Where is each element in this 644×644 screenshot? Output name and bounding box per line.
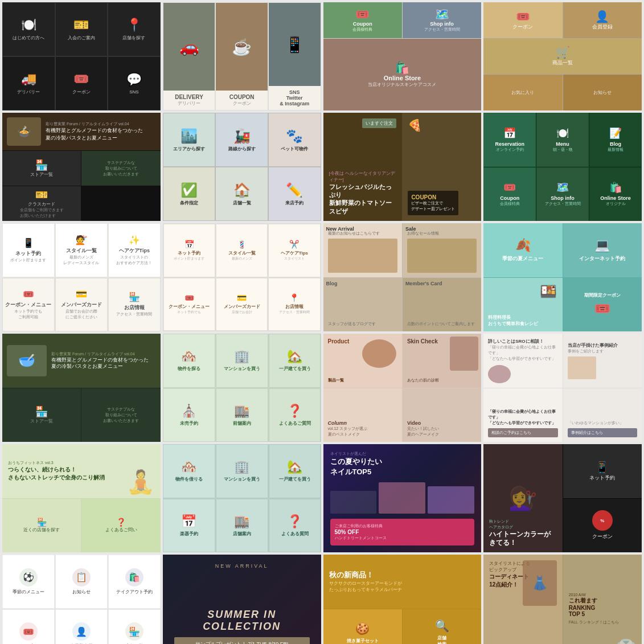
pet-search[interactable]: 🐾 ペット可物件 [268, 113, 321, 167]
card-r5c1: おうちフィットネス vol.3 つらくない、続けられる！さもないストレッチで全身… [2, 444, 161, 552]
menu-item-coupon[interactable]: 🎟️ クーポン [55, 56, 108, 110]
skin-check[interactable]: Skin Check あなたの肌の診断 [403, 334, 481, 388]
buy-house-2[interactable]: 🏡 一戸建てを買う [269, 444, 321, 498]
coupon-item[interactable]: ☕ COUPON クーポン [215, 2, 268, 110]
faq-fitness[interactable]: ❓ よくあるご問い [81, 499, 160, 553]
store-guide-2[interactable]: 🏬 店舗案内 [216, 499, 268, 553]
card-r5c3: ネイリストが選んだ この夏やりたいネイルTOP5 ご来店ご利用のお客様特典 50… [323, 444, 482, 552]
menu-item-tenpo-sagasu[interactable]: 📍 店舗を探す [108, 2, 161, 56]
coupon-hair[interactable]: % クーポン [563, 499, 642, 553]
internet-reservation-btn[interactable]: 💻 インターネット予約 [563, 223, 642, 277]
limited-coupon-btn[interactable]: 期間限定クーポン 🎟️ [563, 278, 642, 332]
card-r6c3: 秋の新商品！ サクサクのロースターアーモンドがたっぷりおもってキャラメルパーナ … [323, 555, 482, 644]
card-r2c3: [今夜は ヘルシーなイタリアンディナー] フレッシュバジルたっぷり新鮮野菜のトマ… [323, 113, 482, 221]
visit-reservation[interactable]: ✏️ 来店予約 [268, 167, 321, 221]
salon-shop-info[interactable]: 📍 お店情報 アクセス・営業時間 [268, 278, 320, 331]
sale-panel[interactable]: Sale お得なセール情報 [403, 223, 481, 277]
feature-shopinfo[interactable]: 🗺️ Shop info アクセス・営業時間 [403, 2, 481, 38]
salon-coupon[interactable]: 🎟️ クーポン・メニュー ネット予約でも [163, 278, 215, 331]
salon-members[interactable]: 💳 メンバーズカード 店舗でお会計 [216, 278, 268, 331]
make-reservation[interactable]: ⛪ 未売予約 [163, 388, 215, 442]
coupon-menu[interactable]: 🎟️ クーポン・メニュー ネット予約でもご利用可能 [2, 278, 55, 332]
feature-onlinestore[interactable]: 🛍️ Online Store 当店オリジナルスキンケアコスメ [323, 39, 482, 110]
kaiin-btn[interactable]: 👤 会員登録 [563, 2, 642, 38]
menu-item-nyukai[interactable]: 🎫 入会のご案内 [55, 2, 108, 56]
rent-property[interactable]: 🏘️ 物件を借りる [163, 444, 215, 498]
menu-item-delivery[interactable]: 🚚 デリバリー [2, 56, 55, 110]
haircare-tips[interactable]: ✨ ヘアケアTips スタイリストのおすすめケア方法！ [108, 223, 161, 277]
faq[interactable]: ❓ よくあるご質問 [269, 388, 321, 442]
route-search[interactable]: 🚂 路線から探す [215, 113, 268, 167]
card-r2c4: 📅 Reservation オンライン予約 🍽️ Menu 朝・昼・晩 📝 Bl… [483, 113, 642, 221]
consult-top-left[interactable]: 詳しいことはSROに相談！ 「寝りの幸福に会費が心地よくお仕事です」「どなたへも… [483, 334, 562, 388]
news-btn[interactable]: 📋 お知らせ [55, 555, 108, 609]
reservation-btn[interactable]: 📅 Reservation オンライン予約 [483, 113, 536, 167]
net-yoyaku[interactable]: 📱 ネット予約 ポイント貯まります [2, 223, 55, 277]
faq-real-estate[interactable]: ❓ よくある質問 [269, 499, 321, 553]
card-r4c1: 🥣 彩り豊実業 Forum / リアルタイムライブ vol.04 有機野菜とグル… [2, 334, 161, 442]
card-r1c3: 🎟️ Coupon 会員様特典 🗺️ Shop info アクセス・営業時間 🛍… [323, 2, 482, 110]
area-search[interactable]: 🏙️ エリアから探す [163, 113, 216, 167]
new-arrival-panel[interactable]: New Arrival 最新のお知らせはこちらです [323, 223, 402, 277]
card-r1c4: 🎟️ クーポン 👤 会員登録 🛒 商品一覧 お気に入り お知らせ [483, 2, 642, 110]
card-r3c1: 📱 ネット予約 ポイント貯まります 💇 スタイル一覧 最新のメンズレディーススタ… [2, 223, 161, 331]
delivery-item[interactable]: 🚗 DELIVERY デリバリー [163, 2, 216, 110]
main-grid: 🍽️ はじめての方へ 🎫 入会のご案内 📍 店舗を探す 🚚 デリバリー 🎟️ ク… [0, 0, 644, 644]
sustainable-dark[interactable]: サステナブルな取り組みについてお書いいただきます [81, 388, 160, 442]
coupon-btn-rest[interactable]: 🎟️ Coupon 会員様特典 [483, 167, 536, 221]
column-beauty[interactable]: Column vol.12 スタッフが選ぶ夏のベストメイク [323, 388, 402, 442]
card-r5c4: 💇‍♀️ 秋トレンドヘアカタログ ハイトーンカラーがきてる！ 📱 ネット予約 %… [483, 444, 642, 552]
sweets-set[interactable]: 🍪 焼き菓子セット オンラインショップ限定 [323, 609, 402, 645]
instrument-reservation[interactable]: 📅 楽器予約 [163, 499, 215, 553]
menu-item-sns[interactable]: 💬 SNS [108, 56, 161, 110]
shop-search[interactable]: 🔍 店舗検索 近隣地域店 500円 OFF クーポンも！！ [403, 609, 481, 645]
feature-coupon[interactable]: 🎟️ Coupon 会員様特典 [323, 2, 402, 38]
card-r3c2: 📅 ネット予約 ポイント貯まります 💈 スタイル一覧 最新のメンズ ✂️ ヘアケ… [163, 223, 321, 331]
product-list[interactable]: Product 製品一覧 [323, 334, 402, 388]
shop-info-salon[interactable]: 🏪 お店情報 アクセス・営業時間 [108, 278, 161, 332]
seasonal-menu-btn[interactable]: 🍂 季節の夏メニュー [483, 223, 562, 277]
store-guide[interactable]: 🏬 前舗案内 [216, 388, 268, 442]
online-store-btn[interactable]: 🛍️ Online Store オリジナル [589, 167, 642, 221]
buy-house[interactable]: 🏡 一戸建てを買う [269, 334, 321, 388]
salon-net-yoyaku[interactable]: 📅 ネット予約 ポイント貯まります [163, 224, 215, 277]
store-list-2[interactable]: 🏠 店舗一覧 [215, 167, 268, 221]
store-list[interactable]: 🏪 ストア一覧 [2, 151, 81, 186]
salon-haircare[interactable]: ✂️ ヘアケアTips スタイリスト [268, 224, 320, 277]
buy-mansion-2[interactable]: 🏢 マンションを買う [216, 444, 268, 498]
card-r5c2: 🏘️ 物件を借りる 🏢 マンションを買う 🏡 一戸建てを買う 📅 楽器予約 🏬 … [163, 444, 321, 552]
members-card-panel[interactable]: Member's Card 点数のポイントについてご案内します [403, 278, 481, 332]
member-display-btn[interactable]: 👤 会員登表示 [55, 609, 108, 645]
takeout-btn[interactable]: 🛍️ テイクアウト予約 [108, 555, 161, 609]
salon-style-ichiran[interactable]: 💈 スタイル一覧 最新のメンズ [216, 224, 268, 277]
card-r6c4: 👗 スタイリストによるピックアップ コーディネート12点紹介！ 詳細はこちら 2… [483, 555, 642, 644]
coupon-icon-btn[interactable]: 🎟️ クーポン [2, 609, 55, 645]
menu-btn[interactable]: 🍽️ Menu 朝・昼・晩 [536, 113, 589, 167]
buy-mansion[interactable]: 🏢 マンションを買う [216, 334, 268, 388]
shop-list-btn[interactable]: 🏪 店舗一覧 [108, 609, 161, 645]
video-beauty[interactable]: Video 見たい！試したい夏のヘアーメイク [403, 388, 481, 442]
products-btn[interactable]: 🛒 商品一覧 [483, 39, 642, 75]
card-r6c1: ⚽ 季節のメニュー 📋 お知らせ 🛍️ テイクアウト予約 🎟️ クーポン 👤 会… [2, 555, 161, 644]
menu-item-hajimete[interactable]: 🍽️ はじめての方へ [2, 2, 55, 56]
buy-land[interactable]: 🏘️ 物件を探る [163, 334, 215, 388]
sns-item[interactable]: 📱 SNSTwitter& Instagram [268, 2, 321, 110]
blog-panel[interactable]: Blog スタッフが送るブログです [323, 278, 402, 332]
consult-bottom-right[interactable]: 「いわゆるマンションが多い」 事例紹介はこちら [563, 388, 642, 442]
shopinfo-btn-rest[interactable]: 🗺️ Shop info アクセス・営業時間 [536, 167, 589, 221]
kupon-btn[interactable]: 🎟️ クーポン [483, 2, 562, 38]
nearby-shop[interactable]: 🏪 近くの店舗を探す [2, 499, 81, 553]
members-card[interactable]: 💳 メンバーズカード 店舗でお会計の際にご提示ください [55, 278, 108, 332]
condition-search[interactable]: ✅ 条件指定 [163, 167, 216, 221]
consult-bottom-left[interactable]: 「寝りの幸福に会費が心地よくお仕事です」「どなたへも学習ができやすいです」 相談… [483, 388, 562, 442]
recipe-btn[interactable]: 料理料理長おうちで簡単和食レシピ 🍱 [483, 278, 562, 332]
store-list-dark[interactable]: 🏪 ストア一覧 [2, 388, 81, 442]
sustainable[interactable]: サステナブルな取り組みについてお書いいただきます [81, 151, 160, 186]
seasonal-menu-2[interactable]: ⚽ 季節のメニュー [2, 555, 55, 609]
class-card[interactable]: 🎫 クラスカード 全店舗をご利用できますお買いいただけます [2, 186, 81, 221]
net-yoyaku-hair[interactable]: 📱 ネット予約 [563, 444, 642, 498]
consult-top-right[interactable]: 当店が手掛けた事例紹介 事例をご紹介します [563, 334, 642, 388]
blog-btn[interactable]: 📝 Blog 最新情報 [589, 113, 642, 167]
card-r4c3: Product 製品一覧 Skin Check あなたの肌の診断 Column … [323, 334, 482, 442]
style-ichiran[interactable]: 💇 スタイル一覧 最新のメンズレディーススタイル [55, 223, 108, 277]
